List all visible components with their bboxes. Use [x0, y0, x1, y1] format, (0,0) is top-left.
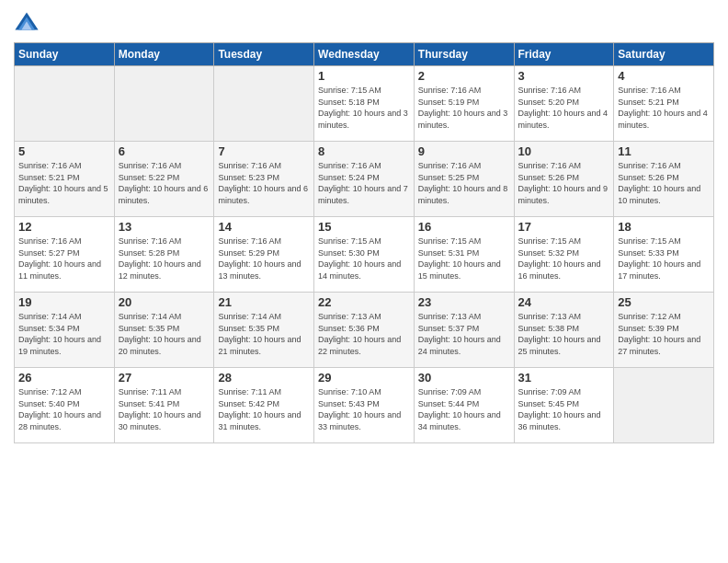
day-info: Sunrise: 7:15 AMSunset: 5:32 PMDaylight:…	[518, 236, 601, 281]
day-info: Sunrise: 7:12 AMSunset: 5:40 PMDaylight:…	[18, 387, 101, 431]
day-info: Sunrise: 7:14 AMSunset: 5:34 PMDaylight:…	[18, 312, 101, 356]
day-number: 11	[618, 144, 710, 158]
day-info: Sunrise: 7:16 AMSunset: 5:24 PMDaylight:…	[318, 161, 408, 205]
day-info: Sunrise: 7:12 AMSunset: 5:39 PMDaylight:…	[618, 312, 700, 356]
day-number: 9	[418, 144, 510, 158]
day-info: Sunrise: 7:14 AMSunset: 5:35 PMDaylight:…	[218, 312, 301, 356]
calendar-cell: 22Sunrise: 7:13 AMSunset: 5:36 PMDayligh…	[314, 293, 415, 368]
calendar-cell: 30Sunrise: 7:09 AMSunset: 5:44 PMDayligh…	[414, 368, 514, 443]
day-number: 6	[119, 144, 210, 158]
day-number: 18	[618, 220, 710, 234]
header-day-friday: Friday	[514, 43, 614, 66]
calendar-table: SundayMondayTuesdayWednesdayThursdayFrid…	[14, 42, 714, 443]
day-number: 8	[318, 144, 410, 158]
calendar-cell: 13Sunrise: 7:16 AMSunset: 5:28 PMDayligh…	[114, 217, 214, 293]
day-info: Sunrise: 7:16 AMSunset: 5:19 PMDaylight:…	[418, 86, 508, 130]
day-info: Sunrise: 7:16 AMSunset: 5:28 PMDaylight:…	[119, 236, 201, 281]
day-number: 28	[218, 371, 310, 385]
calendar-cell: 21Sunrise: 7:14 AMSunset: 5:35 PMDayligh…	[214, 293, 314, 368]
day-info: Sunrise: 7:13 AMSunset: 5:38 PMDaylight:…	[518, 312, 601, 356]
day-number: 27	[119, 371, 210, 385]
calendar-cell: 2Sunrise: 7:16 AMSunset: 5:19 PMDaylight…	[414, 66, 514, 142]
day-info: Sunrise: 7:10 AMSunset: 5:43 PMDaylight:…	[318, 387, 401, 431]
day-number: 4	[618, 69, 710, 83]
day-info: Sunrise: 7:11 AMSunset: 5:42 PMDaylight:…	[218, 387, 301, 431]
logo	[14, 9, 41, 35]
calendar-cell: 18Sunrise: 7:15 AMSunset: 5:33 PMDayligh…	[614, 217, 714, 293]
calendar-cell: 20Sunrise: 7:14 AMSunset: 5:35 PMDayligh…	[114, 293, 214, 368]
calendar-cell: 14Sunrise: 7:16 AMSunset: 5:29 PMDayligh…	[214, 217, 314, 293]
day-number: 29	[318, 371, 410, 385]
day-number: 21	[218, 295, 310, 309]
calendar-week-1: 1Sunrise: 7:15 AMSunset: 5:18 PMDaylight…	[15, 66, 714, 142]
calendar-cell: 11Sunrise: 7:16 AMSunset: 5:26 PMDayligh…	[614, 142, 714, 217]
calendar-week-3: 12Sunrise: 7:16 AMSunset: 5:27 PMDayligh…	[15, 217, 714, 293]
calendar-cell: 1Sunrise: 7:15 AMSunset: 5:18 PMDaylight…	[314, 66, 415, 142]
calendar-cell: 4Sunrise: 7:16 AMSunset: 5:21 PMDaylight…	[614, 66, 714, 142]
day-info: Sunrise: 7:16 AMSunset: 5:23 PMDaylight:…	[218, 161, 308, 205]
calendar-cell: 8Sunrise: 7:16 AMSunset: 5:24 PMDaylight…	[314, 142, 415, 217]
day-number: 25	[618, 295, 710, 309]
day-info: Sunrise: 7:16 AMSunset: 5:22 PMDaylight:…	[119, 161, 209, 205]
day-number: 5	[18, 144, 110, 158]
day-number: 19	[18, 295, 110, 309]
day-info: Sunrise: 7:16 AMSunset: 5:26 PMDaylight:…	[618, 161, 700, 205]
calendar-week-5: 26Sunrise: 7:12 AMSunset: 5:40 PMDayligh…	[15, 368, 714, 443]
calendar-cell: 15Sunrise: 7:15 AMSunset: 5:30 PMDayligh…	[314, 217, 415, 293]
day-number: 17	[518, 220, 610, 234]
day-info: Sunrise: 7:15 AMSunset: 5:31 PMDaylight:…	[418, 236, 501, 281]
calendar-cell: 24Sunrise: 7:13 AMSunset: 5:38 PMDayligh…	[514, 293, 614, 368]
day-info: Sunrise: 7:16 AMSunset: 5:25 PMDaylight:…	[418, 161, 508, 205]
header-day-saturday: Saturday	[614, 43, 714, 66]
header-day-monday: Monday	[114, 43, 214, 66]
day-number: 2	[418, 69, 510, 83]
day-number: 22	[318, 295, 410, 309]
calendar-cell: 23Sunrise: 7:13 AMSunset: 5:37 PMDayligh…	[414, 293, 514, 368]
calendar-cell	[114, 66, 214, 142]
day-info: Sunrise: 7:16 AMSunset: 5:26 PMDaylight:…	[518, 161, 609, 205]
day-number: 3	[518, 69, 610, 83]
day-number: 13	[119, 220, 210, 234]
day-info: Sunrise: 7:11 AMSunset: 5:41 PMDaylight:…	[119, 387, 201, 431]
calendar-cell	[214, 66, 314, 142]
header-day-thursday: Thursday	[414, 43, 514, 66]
calendar-cell: 16Sunrise: 7:15 AMSunset: 5:31 PMDayligh…	[414, 217, 514, 293]
calendar-container: SundayMondayTuesdayWednesdayThursdayFrid…	[0, 0, 728, 448]
calendar-cell: 29Sunrise: 7:10 AMSunset: 5:43 PMDayligh…	[314, 368, 415, 443]
day-info: Sunrise: 7:16 AMSunset: 5:21 PMDaylight:…	[18, 161, 108, 205]
day-info: Sunrise: 7:15 AMSunset: 5:18 PMDaylight:…	[318, 86, 408, 130]
calendar-cell: 12Sunrise: 7:16 AMSunset: 5:27 PMDayligh…	[15, 217, 115, 293]
day-number: 1	[318, 69, 410, 83]
day-info: Sunrise: 7:14 AMSunset: 5:35 PMDaylight:…	[119, 312, 201, 356]
header	[14, 9, 714, 35]
calendar-cell	[15, 66, 115, 142]
calendar-cell: 17Sunrise: 7:15 AMSunset: 5:32 PMDayligh…	[514, 217, 614, 293]
calendar-cell: 25Sunrise: 7:12 AMSunset: 5:39 PMDayligh…	[614, 293, 714, 368]
day-number: 30	[418, 371, 510, 385]
day-number: 26	[18, 371, 110, 385]
day-info: Sunrise: 7:16 AMSunset: 5:29 PMDaylight:…	[218, 236, 301, 281]
day-info: Sunrise: 7:09 AMSunset: 5:44 PMDaylight:…	[418, 387, 501, 431]
day-number: 10	[518, 144, 610, 158]
day-number: 12	[18, 220, 110, 234]
day-number: 31	[518, 371, 610, 385]
calendar-cell: 7Sunrise: 7:16 AMSunset: 5:23 PMDaylight…	[214, 142, 314, 217]
calendar-header-row: SundayMondayTuesdayWednesdayThursdayFrid…	[15, 43, 714, 66]
calendar-cell: 6Sunrise: 7:16 AMSunset: 5:22 PMDaylight…	[114, 142, 214, 217]
day-number: 7	[218, 144, 310, 158]
calendar-week-4: 19Sunrise: 7:14 AMSunset: 5:34 PMDayligh…	[15, 293, 714, 368]
logo-icon	[14, 9, 40, 35]
day-number: 23	[418, 295, 510, 309]
calendar-cell: 28Sunrise: 7:11 AMSunset: 5:42 PMDayligh…	[214, 368, 314, 443]
header-day-wednesday: Wednesday	[314, 43, 415, 66]
calendar-cell: 3Sunrise: 7:16 AMSunset: 5:20 PMDaylight…	[514, 66, 614, 142]
calendar-cell: 26Sunrise: 7:12 AMSunset: 5:40 PMDayligh…	[15, 368, 115, 443]
day-info: Sunrise: 7:16 AMSunset: 5:27 PMDaylight:…	[18, 236, 101, 281]
day-number: 15	[318, 220, 410, 234]
calendar-cell: 19Sunrise: 7:14 AMSunset: 5:34 PMDayligh…	[15, 293, 115, 368]
day-info: Sunrise: 7:16 AMSunset: 5:21 PMDaylight:…	[618, 86, 708, 130]
calendar-cell: 5Sunrise: 7:16 AMSunset: 5:21 PMDaylight…	[15, 142, 115, 217]
day-number: 24	[518, 295, 610, 309]
header-day-tuesday: Tuesday	[214, 43, 314, 66]
calendar-cell: 9Sunrise: 7:16 AMSunset: 5:25 PMDaylight…	[414, 142, 514, 217]
